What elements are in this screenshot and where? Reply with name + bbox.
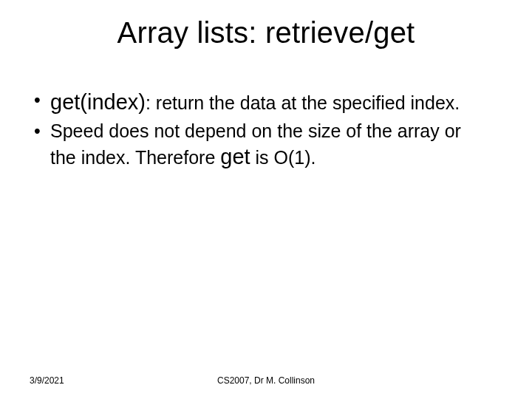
bullet-list: get(index): return the data at the speci… — [30, 89, 491, 170]
bullet-item: Speed does not depend on the size of the… — [30, 120, 491, 170]
slide: Array lists: retrieve/get get(index): re… — [0, 0, 532, 399]
code-term: get(index) — [50, 90, 146, 114]
slide-title: Array lists: retrieve/get — [0, 16, 532, 50]
bullet-item: get(index): return the data at the speci… — [30, 89, 491, 115]
code-term: get — [220, 145, 250, 168]
slide-body: get(index): return the data at the speci… — [30, 89, 491, 174]
bullet-text: is O(1). — [250, 147, 316, 168]
footer-course: CS2007, Dr M. Collinson — [0, 375, 532, 386]
bullet-text: : return the data at the specified index… — [146, 92, 460, 113]
